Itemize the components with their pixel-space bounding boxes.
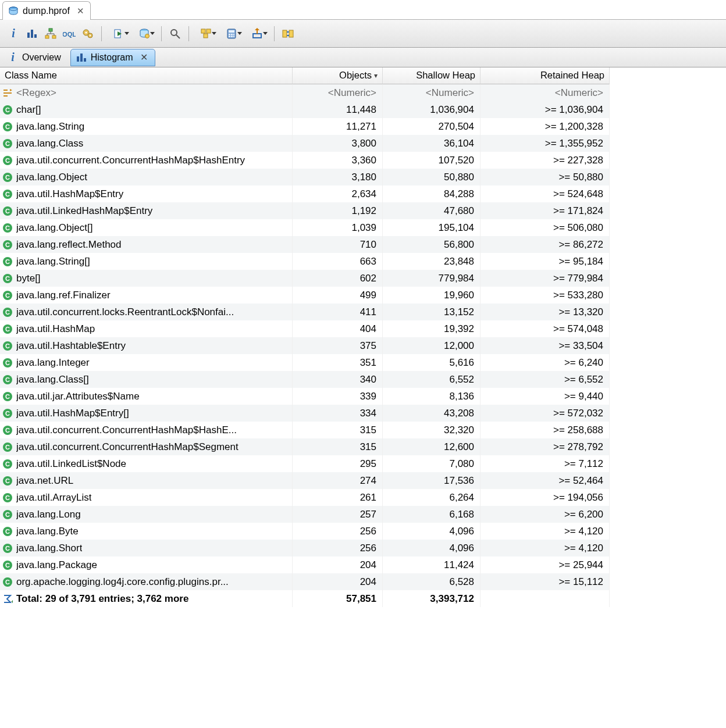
shallow-cell: 6,528 bbox=[383, 573, 481, 590]
run-report-button[interactable] bbox=[106, 25, 131, 42]
shallow-cell: 50,880 bbox=[383, 169, 481, 185]
total-shallow: 3,393,712 bbox=[383, 590, 481, 607]
svg-text:C: C bbox=[5, 157, 10, 164]
classname-cell[interactable]: Cjava.net.URL bbox=[0, 472, 293, 489]
classname-cell[interactable]: Cjava.util.LinkedList$Node bbox=[0, 455, 293, 472]
filter-retained[interactable]: <Numeric> bbox=[481, 84, 610, 101]
info-icon: i bbox=[7, 52, 19, 63]
classname-cell[interactable]: Cjava.util.Hashtable$Entry bbox=[0, 337, 293, 354]
query-db-button[interactable] bbox=[132, 25, 156, 42]
retained-cell: >= 1,036,904 bbox=[481, 101, 610, 118]
classname-cell[interactable]: Cjava.util.HashMap bbox=[0, 320, 293, 337]
threads-button[interactable] bbox=[79, 25, 97, 42]
close-icon[interactable]: ✕ bbox=[77, 6, 84, 16]
svg-marker-41 bbox=[10, 89, 12, 91]
svg-line-19 bbox=[176, 35, 180, 38]
oql-button[interactable]: OQL bbox=[61, 25, 78, 42]
class-icon: C bbox=[2, 577, 13, 587]
classname-text: java.lang.Byte bbox=[16, 526, 79, 537]
export-button[interactable] bbox=[245, 25, 269, 42]
classname-cell[interactable]: Cchar[] bbox=[0, 101, 293, 118]
group-button[interactable] bbox=[194, 25, 218, 42]
classname-cell[interactable]: Cjava.lang.Short bbox=[0, 540, 293, 556]
tab-histogram-label: Histogram bbox=[91, 52, 133, 63]
classname-text: java.lang.Package bbox=[16, 559, 97, 571]
svg-text:C: C bbox=[5, 427, 10, 434]
classname-cell[interactable]: Cbyte[] bbox=[0, 270, 293, 287]
class-icon: C bbox=[2, 459, 13, 469]
compute-button[interactable] bbox=[219, 25, 244, 42]
classname-cell[interactable]: Cjava.lang.ref.Finalizer bbox=[0, 287, 293, 304]
objects-cell: 2,634 bbox=[293, 185, 383, 202]
col-retained[interactable]: Retained Heap bbox=[481, 67, 610, 84]
retained-cell: >= 227,328 bbox=[481, 152, 610, 169]
objects-cell: 334 bbox=[293, 405, 383, 422]
shallow-cell: 6,552 bbox=[383, 371, 481, 388]
classname-text: java.util.ArrayList bbox=[16, 492, 91, 504]
retained-cell: >= 278,792 bbox=[481, 438, 610, 455]
tab-overview-label: Overview bbox=[22, 52, 61, 63]
classname-cell[interactable]: Cjava.lang.Class[] bbox=[0, 371, 293, 388]
classname-cell[interactable]: Cjava.util.ArrayList bbox=[0, 489, 293, 506]
classname-cell[interactable]: Cjava.util.HashMap$Entry[] bbox=[0, 405, 293, 422]
classname-cell[interactable]: Cjava.lang.Object bbox=[0, 169, 293, 185]
svg-text:i: i bbox=[11, 52, 15, 63]
class-icon: C bbox=[2, 526, 13, 537]
class-icon: C bbox=[2, 442, 13, 452]
svg-text:C: C bbox=[5, 511, 10, 518]
col-shallow[interactable]: Shallow Heap bbox=[383, 67, 481, 84]
dominator-tree-button[interactable] bbox=[42, 25, 59, 42]
retained-cell: >= 171,824 bbox=[481, 202, 610, 219]
classname-cell[interactable]: Cjava.lang.Integer bbox=[0, 354, 293, 371]
tab-histogram[interactable]: Histogram ✕ bbox=[70, 49, 155, 66]
svg-text:i: i bbox=[12, 28, 15, 40]
retained-cell: >= 6,552 bbox=[481, 371, 610, 388]
classname-cell[interactable]: Cjava.util.concurrent.ConcurrentHashMap$… bbox=[0, 152, 293, 169]
class-icon: C bbox=[2, 408, 13, 419]
classname-cell[interactable]: Cjava.util.concurrent.ConcurrentHashMap$… bbox=[0, 422, 293, 438]
svg-text:C: C bbox=[5, 342, 10, 349]
svg-rect-27 bbox=[233, 34, 234, 35]
classname-cell[interactable]: Cjava.lang.Class bbox=[0, 135, 293, 152]
classname-cell[interactable]: Cjava.lang.Byte bbox=[0, 523, 293, 540]
classname-cell[interactable]: Cjava.lang.reflect.Method bbox=[0, 236, 293, 253]
svg-text:C: C bbox=[5, 359, 10, 366]
classname-cell[interactable]: Cjava.lang.Object[] bbox=[0, 219, 293, 236]
classname-cell[interactable]: Cjava.util.jar.Attributes$Name bbox=[0, 388, 293, 405]
svg-rect-38 bbox=[77, 56, 79, 62]
shallow-cell: 4,096 bbox=[383, 523, 481, 540]
classname-cell[interactable]: Cjava.lang.String[] bbox=[0, 253, 293, 270]
shallow-cell: 19,960 bbox=[383, 287, 481, 304]
tab-overview[interactable]: i Overview bbox=[2, 49, 68, 66]
close-icon[interactable]: ✕ bbox=[140, 52, 148, 63]
file-tab-dump[interactable]: dump.hprof ✕ bbox=[2, 1, 91, 20]
classname-text: java.lang.reflect.Method bbox=[16, 239, 122, 251]
classname-cell[interactable]: Cjava.util.concurrent.locks.ReentrantLoc… bbox=[0, 304, 293, 320]
overview-button[interactable]: i bbox=[5, 25, 22, 42]
filter-shallow[interactable]: <Numeric> bbox=[383, 84, 481, 101]
histogram-button[interactable] bbox=[23, 25, 41, 42]
classname-cell[interactable]: Cjava.lang.Long bbox=[0, 506, 293, 523]
find-button[interactable] bbox=[166, 25, 184, 42]
svg-text:C: C bbox=[5, 562, 10, 569]
col-classname[interactable]: Class Name bbox=[0, 67, 293, 84]
compare-button[interactable] bbox=[279, 25, 297, 42]
classname-cell[interactable]: Cjava.util.HashMap$Entry bbox=[0, 185, 293, 202]
class-icon: C bbox=[2, 493, 13, 503]
retained-cell: >= 95,184 bbox=[481, 253, 610, 270]
svg-text:C: C bbox=[5, 461, 10, 468]
chevron-down-icon bbox=[237, 32, 242, 35]
objects-cell: 710 bbox=[293, 236, 383, 253]
classname-cell[interactable]: Cjava.util.concurrent.ConcurrentHashMap$… bbox=[0, 438, 293, 455]
classname-cell[interactable]: Cjava.lang.Package bbox=[0, 556, 293, 573]
toolbar: i OQL bbox=[0, 20, 726, 48]
col-objects[interactable]: Objects▾ bbox=[293, 67, 383, 84]
classname-text: java.lang.Object[] bbox=[16, 222, 92, 234]
classname-cell[interactable]: Cjava.lang.String bbox=[0, 118, 293, 135]
classname-text: java.util.LinkedHashMap$Entry bbox=[16, 205, 152, 217]
filter-classname[interactable]: <Regex> bbox=[0, 84, 293, 101]
classname-cell[interactable]: Cjava.util.LinkedHashMap$Entry bbox=[0, 202, 293, 219]
classname-cell[interactable]: Corg.apache.logging.log4j.core.config.pl… bbox=[0, 573, 293, 590]
database-icon bbox=[138, 28, 150, 40]
filter-objects[interactable]: <Numeric> bbox=[293, 84, 383, 101]
